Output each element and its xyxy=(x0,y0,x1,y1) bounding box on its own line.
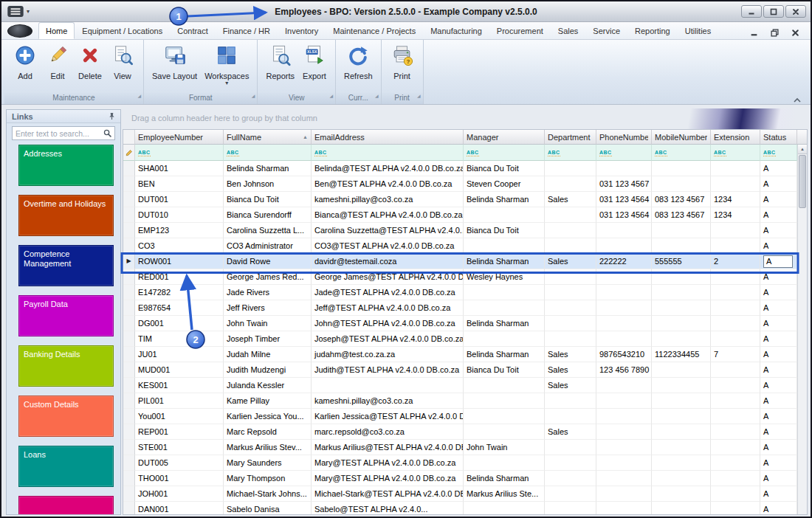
export-button[interactable]: XLSXExport xyxy=(298,43,331,80)
table-row[interactable]: CO3CO3 AdministratorCO3@TEST ALPHA v2.4.… xyxy=(123,238,807,254)
filter-cell-fullname[interactable]: ABC xyxy=(224,145,312,161)
tab-contract[interactable]: Contract xyxy=(170,22,216,39)
workspaces-button[interactable]: Workspaces▾ xyxy=(201,43,252,86)
table-row[interactable]: SHA001Belinda SharmanBelinda@TEST ALPHA … xyxy=(123,161,807,176)
maximize-button[interactable] xyxy=(763,5,784,18)
column-header-employeenumber[interactable]: EmployeeNumber xyxy=(135,130,224,145)
filter-cell-department[interactable]: ABC xyxy=(545,145,596,161)
tab-sales[interactable]: Sales xyxy=(551,22,586,39)
cell-department xyxy=(545,300,596,316)
table-row[interactable]: E147282Jade RiversJade@TEST ALPHA v2.4.0… xyxy=(123,285,807,300)
filter-cell-employeenumber[interactable]: ABC xyxy=(135,145,224,161)
table-row[interactable]: PIL001Kame Pillaykameshni.pillay@co3.co.… xyxy=(123,393,807,409)
column-header-status[interactable]: Status xyxy=(760,130,797,145)
refresh-button[interactable]: Refresh xyxy=(340,43,376,80)
table-row[interactable]: JU01Judah Milnejudahm@test.co.za.zaBelin… xyxy=(123,347,807,362)
app-orb-icon[interactable] xyxy=(7,24,32,38)
group-dialog-launcher-icon[interactable]: ◢ xyxy=(417,91,421,102)
sidebar-tile-partial[interactable] xyxy=(18,496,114,515)
mdi-restore-icon[interactable] xyxy=(771,27,780,35)
sidebar-tile-custom-details[interactable]: Custom Details xyxy=(18,396,114,437)
tab-reporting[interactable]: Reporting xyxy=(627,22,678,39)
group-dialog-launcher-icon[interactable]: ◢ xyxy=(252,91,255,102)
column-header-department[interactable]: Department xyxy=(545,130,596,145)
tab-utilities[interactable]: Utilities xyxy=(678,22,718,39)
pin-icon[interactable] xyxy=(109,110,115,123)
app-menu-icon[interactable] xyxy=(7,6,24,17)
print-button[interactable]: ?Print xyxy=(386,43,419,80)
table-row[interactable]: DUT005Mary SaundersMary@TEST ALPHA v2.4.… xyxy=(123,455,807,471)
table-row[interactable]: ▶ROW001David Rowedavidr@testemail.cozaBe… xyxy=(123,254,807,269)
filter-cell-phonenumber[interactable]: ABC xyxy=(596,145,652,161)
mdi-minimize-icon[interactable] xyxy=(750,27,759,35)
column-header-emailaddress[interactable]: EmailAddress xyxy=(312,130,464,145)
group-dialog-launcher-icon[interactable]: ◢ xyxy=(375,91,379,102)
table-row[interactable]: DUT010Bianca SurendorffBianca@TEST ALPHA… xyxy=(123,207,807,223)
sidebar-tile-payroll-data[interactable]: Payroll Data xyxy=(18,295,114,336)
search-icon[interactable] xyxy=(103,127,111,140)
table-row[interactable]: DAN001Sabelo DanisaSabelo@TEST ALPHA v2.… xyxy=(123,502,807,515)
column-header-fullname[interactable]: FullName▲ xyxy=(224,130,312,145)
vertical-scrollbar[interactable]: ▲ xyxy=(797,145,807,514)
tab-inventory[interactable]: Inventory xyxy=(278,22,326,39)
table-row[interactable]: KES001Julanda KesslerSalesA xyxy=(123,378,807,393)
sidebar-tile-addresses[interactable]: Addresses xyxy=(18,145,114,186)
table-row[interactable]: JOH001Michael-Stark Johns...Michael-Star… xyxy=(123,486,807,502)
column-header-phonenumber[interactable]: PhoneNumber xyxy=(596,130,652,145)
table-row[interactable]: You001Karlien Jessica You...Karlien Jess… xyxy=(123,409,807,424)
filter-cell-extension[interactable]: ABC xyxy=(711,145,760,161)
tab-equipment-locations[interactable]: Equipment / Locations xyxy=(75,22,170,39)
table-row[interactable]: E987654Jeff RiversJeff@TEST ALPHA v2.4.0… xyxy=(123,300,807,316)
filter-cell-indicator[interactable] xyxy=(123,145,135,161)
status-editor[interactable]: A xyxy=(763,255,793,268)
filter-cell-manager[interactable]: ABC xyxy=(464,145,545,161)
save-layout-button[interactable]: Save Layout xyxy=(148,43,201,80)
table-row[interactable]: EMP123Carolina Suzzetta L...Carolina Suz… xyxy=(123,223,807,238)
tab-maintenance-projects[interactable]: Maintenance / Projects xyxy=(326,22,423,39)
tab-service[interactable]: Service xyxy=(585,22,627,39)
view-button[interactable]: View xyxy=(106,43,139,80)
filter-cell-emailaddress[interactable]: ABC xyxy=(312,145,464,161)
title-bar: ▾ Employees - BPO: Version 2.5.0.0 - Exa… xyxy=(1,1,811,22)
table-row[interactable]: BENBen JohnsonBen@TEST ALPHA v2.4.0.0 DB… xyxy=(123,176,807,192)
filter-cell-mobilenumber[interactable]: ABC xyxy=(652,145,711,161)
table-row[interactable]: TIMJoseph TimberJoseph@TEST ALPHA v2.4.0… xyxy=(123,331,807,347)
table-row[interactable]: STE001Markus Arilius Stev...Markus Arili… xyxy=(123,440,807,455)
search-input[interactable] xyxy=(16,129,103,138)
sidebar-tile-competence-management[interactable]: Competence Management xyxy=(18,245,114,286)
column-header-extension[interactable]: Extension xyxy=(711,130,760,145)
scrollbar-thumb[interactable] xyxy=(799,155,806,208)
ribbon-collapse-icon[interactable] xyxy=(793,93,803,100)
reports-button[interactable]: Reports xyxy=(262,43,298,80)
cell-manager xyxy=(464,331,545,347)
add-button[interactable]: Add xyxy=(9,43,41,80)
column-header-mobilenumber[interactable]: MobileNumber xyxy=(652,130,711,145)
sidebar-tile-overtime-and-holidays[interactable]: Overtime and Holidays xyxy=(18,195,114,236)
column-header-manager[interactable]: Manager xyxy=(464,130,545,145)
group-dialog-launcher-icon[interactable]: ◢ xyxy=(137,91,141,102)
table-row[interactable]: MUD001Judith MudzengiJudith@TEST ALPHA v… xyxy=(123,362,807,378)
sidebar-tile-loans[interactable]: Loans xyxy=(18,446,114,487)
mdi-close-icon[interactable] xyxy=(791,27,800,35)
group-dialog-launcher-icon[interactable]: ◢ xyxy=(329,91,333,102)
quick-access-caret-icon[interactable]: ▾ xyxy=(27,8,30,15)
cell-extension xyxy=(711,300,760,316)
table-row[interactable]: RED001George James Red...George James@TE… xyxy=(123,269,807,285)
tab-finance-hr[interactable]: Finance / HR xyxy=(216,22,278,39)
sidebar-tile-banking-details[interactable]: Banking Details xyxy=(18,345,114,387)
edit-button[interactable]: Edit xyxy=(41,43,74,80)
delete-button[interactable]: Delete xyxy=(74,43,106,80)
table-row[interactable]: DUT001Bianca Du Toitkameshni.pillay@co3.… xyxy=(123,192,807,207)
table-row[interactable]: THO001Mary ThompsonMary@TEST ALPHA v2.4.… xyxy=(123,471,807,486)
minimize-button[interactable] xyxy=(741,5,762,18)
tab-manufacturing[interactable]: Manufacturing xyxy=(423,22,489,39)
tab-procurement[interactable]: Procurement xyxy=(489,22,551,39)
table-row[interactable]: REP001Marc Repsoldmarc.repsold@co3.co.za… xyxy=(123,424,807,440)
column-header-label: EmailAddress xyxy=(314,133,460,142)
column-header-label: Department xyxy=(548,133,593,142)
scroll-up-icon[interactable]: ▲ xyxy=(798,145,807,154)
filter-cell-status[interactable]: ABC xyxy=(760,145,797,161)
tab-home[interactable]: Home xyxy=(38,22,75,39)
table-row[interactable]: DG001John TwainJohn@TEST ALPHA v2.4.0.0 … xyxy=(123,316,807,331)
close-button[interactable] xyxy=(785,5,806,18)
